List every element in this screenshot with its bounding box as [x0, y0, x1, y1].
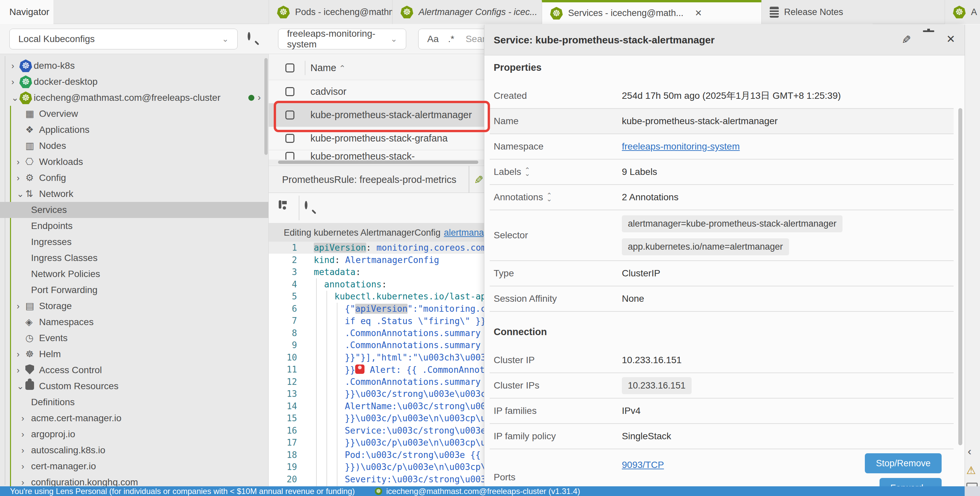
tab-services-icecheng-ma[interactable]: ☸Services - icecheng@math...✕ [542, 0, 761, 24]
chevron-icon[interactable]: › [21, 445, 24, 456]
sort-toggle-icon[interactable]: ⌃⌄ [546, 194, 552, 201]
sort-toggle-icon[interactable]: ⌃⌄ [525, 168, 530, 176]
horizontal-scrollbar[interactable] [269, 159, 484, 165]
sidebar-item-applications[interactable]: ❖Applications [0, 122, 269, 138]
code-line-6[interactable]: 6{"apiVersion":"monitoring.core [269, 303, 484, 315]
chevron-icon[interactable]: › [21, 477, 24, 486]
sidebar-item-events[interactable]: ◷Events [0, 330, 269, 346]
tab-a[interactable]: ☸A [945, 0, 980, 24]
row-checkbox[interactable] [285, 110, 294, 119]
chevron-icon[interactable]: ⌄ [17, 381, 24, 391]
column-header-name[interactable]: Name ⌃ [310, 62, 346, 73]
code-line-3[interactable]: 3metadata: [269, 266, 484, 278]
drawer-scrollbar[interactable] [958, 108, 962, 445]
chevron-icon[interactable]: › [17, 349, 20, 359]
sidebar-item-argoproj-io[interactable]: ›argoproj.io [0, 426, 269, 442]
namespace-link[interactable]: freeleaps-monitoring-system [622, 141, 740, 152]
code-line-20[interactable]: 20Severity:\u003c/strong\u003e [269, 473, 484, 485]
sidebar-scrollbar[interactable] [264, 58, 268, 155]
yaml-editor[interactable]: 1apiVersion: monitoring.coreos.com/v12ki… [269, 242, 484, 486]
active-cluster-text[interactable]: icecheng@mathmast.com@freeleaps-cluster … [386, 486, 580, 496]
close-icon[interactable]: ✕ [695, 8, 702, 18]
sidebar-item-storage[interactable]: ›▤Storage [0, 298, 269, 314]
sidebar-item-services[interactable]: Services [0, 202, 269, 218]
sidebar-item-network-policies[interactable]: Network Policies [0, 266, 269, 282]
chevron-icon[interactable]: › [17, 301, 20, 312]
code-line-14[interactable]: 14AlertName:\u003c/strong\u003e [269, 400, 484, 412]
chevron-left-icon[interactable]: ‹ [968, 445, 971, 458]
chevron-icon[interactable]: › [17, 365, 20, 375]
sidebar-item-network[interactable]: ⌄⇅Network [0, 186, 269, 202]
code-line-17[interactable]: 17}}\u003c/p\u003e\n\u003cp\u003 [269, 437, 484, 448]
sidebar-item-docker-desktop[interactable]: ›☸docker-desktop [0, 74, 269, 90]
sidebar-item-ingress-classes[interactable]: Ingress Classes [0, 250, 269, 266]
table-row-kube-prometheus-stack-alertmanager[interactable]: kube-prometheus-stack-alertmanager [269, 103, 484, 127]
chevron-icon[interactable]: ⌄ [11, 93, 19, 103]
code-line-19[interactable]: 19}})\u003c/p\u003e\n\u003cp\u00 [269, 461, 484, 473]
sidebar-item-definitions[interactable]: Definitions [0, 394, 269, 410]
chevron-right-icon[interactable]: › [258, 92, 261, 103]
sidebar-item-custom-resources[interactable]: ⌄Custom Resources [0, 378, 269, 394]
editor-search-icon[interactable] [305, 202, 307, 208]
chevron-icon[interactable]: › [21, 413, 24, 424]
edit-icon[interactable]: ✎ [902, 33, 911, 46]
code-line-16[interactable]: 16Service:\u003c/strong\u003e { [269, 424, 484, 437]
sidebar-item-ingresses[interactable]: Ingresses [0, 234, 269, 250]
table-row-kube-prometheus-stack-grafana[interactable]: kube-prometheus-stack-grafana [269, 127, 484, 150]
kubeconfig-select[interactable]: Local Kubeconfigs ⌄ [10, 29, 238, 49]
dock-tab-prometheusrule[interactable]: PrometheusRule: freepeals-prod-metrics ✎ [269, 165, 484, 193]
code-line-4[interactable]: 4annotations: [269, 278, 484, 290]
code-line-2[interactable]: 2kind: AlertmanagerConfig [269, 254, 484, 266]
code-line-1[interactable]: 1apiVersion: monitoring.coreos.com/v1 [269, 242, 484, 254]
sidebar-item-configuration-konghq-com[interactable]: ›configuration.konghq.com [0, 474, 269, 486]
namespace-select[interactable]: freeleaps-monitoring-system ⌄ [278, 29, 406, 49]
select-all-checkbox[interactable] [285, 64, 294, 72]
tab-pods-icecheng-mathma[interactable]: ☸Pods - icecheng@mathmas... [269, 0, 392, 24]
chevron-icon[interactable]: › [11, 61, 14, 71]
code-line-8[interactable]: 8.CommonAnnotations.summary }} [269, 327, 484, 339]
sidebar-item-access-control[interactable]: ›Access Control [0, 362, 269, 378]
chevron-icon[interactable]: › [21, 461, 24, 472]
chevron-icon[interactable]: ⌄ [17, 189, 24, 199]
stop-remove-button[interactable]: Stop/Remove [865, 453, 942, 473]
chevron-icon[interactable]: › [21, 429, 24, 440]
sidebar-item-namespaces[interactable]: ◈Namespaces [0, 314, 269, 330]
sidebar-item-helm[interactable]: ›☸Helm [0, 346, 269, 362]
port-link-9093-TCP[interactable]: 9093/TCP [622, 459, 664, 470]
code-line-10[interactable]: 10}}"}],"html":"\u003ch3\u003e\u [269, 351, 484, 364]
tab-release-notes[interactable]: Release Notes [761, 0, 872, 24]
match-case-icon[interactable]: Aa [427, 34, 439, 45]
row-checkbox[interactable] [285, 87, 294, 96]
chevron-icon[interactable]: › [17, 157, 20, 167]
sidebar-item-port-forwarding[interactable]: Port Forwarding [0, 282, 269, 298]
sidebar-item-acme-cert-manager-io[interactable]: ›acme.cert-manager.io [0, 410, 269, 426]
sidebar-item-icecheng-mathmast-com-freeleaps-cluster[interactable]: ⌄☸icecheng@mathmast.com@freeleaps-cluste… [0, 90, 269, 106]
sidebar-item-workloads[interactable]: ›⎔Workloads [0, 154, 269, 170]
sidebar-item-config[interactable]: ›⚙Config [0, 170, 269, 186]
code-line-15[interactable]: 15}}\u003c/p\u003e\n\u003cp\u003 [269, 412, 484, 424]
regex-icon[interactable]: .* [448, 34, 454, 45]
chevron-icon[interactable]: › [17, 173, 20, 183]
code-line-12[interactable]: 12.CommonAnnotations.summary }} [269, 376, 484, 388]
sidebar-item-autoscaling-k8s-io[interactable]: ›autoscaling.k8s.io [0, 442, 269, 458]
sidebar-item-nodes[interactable]: ▥Nodes [0, 138, 269, 154]
code-line-5[interactable]: 5kubectl.kubernetes.io/last-appli [269, 290, 484, 302]
sidebar-search-icon[interactable] [248, 33, 250, 40]
save-icon[interactable] [279, 200, 282, 208]
close-icon[interactable]: ✕ [946, 33, 955, 45]
sidebar-item-demo-k8s[interactable]: ›☸demo-k8s [0, 58, 269, 74]
code-line-7[interactable]: 7if eq .Status \"firing\" }} [269, 315, 484, 327]
editing-banner-link[interactable]: alertmanager [444, 227, 484, 238]
code-line-11[interactable]: 11}} Alert: {{ .CommonAnnotati [269, 364, 484, 375]
sidebar-item-overview[interactable]: ▦Overview [0, 106, 269, 122]
table-row-cadvisor[interactable]: cadvisor [269, 80, 484, 103]
sidebar-item-endpoints[interactable]: Endpoints [0, 218, 269, 234]
chevron-icon[interactable]: › [11, 77, 14, 87]
edit-pencil-icon[interactable]: ✎ [474, 173, 484, 187]
code-line-13[interactable]: 13}}\u003c/strong\u003e\u003c/h3 [269, 388, 484, 400]
code-line-9[interactable]: 9.CommonAnnotations.summary }} [269, 339, 484, 351]
sidebar-item-cert-manager-io[interactable]: ›cert-manager.io [0, 458, 269, 474]
row-checkbox[interactable] [285, 134, 294, 143]
code-line-18[interactable]: 18Pod:\u003c/strong\u003e {{ .Co [269, 449, 484, 461]
tab-alertmanager-configs[interactable]: ☸Alertmanager Configs - icec... [392, 0, 542, 24]
